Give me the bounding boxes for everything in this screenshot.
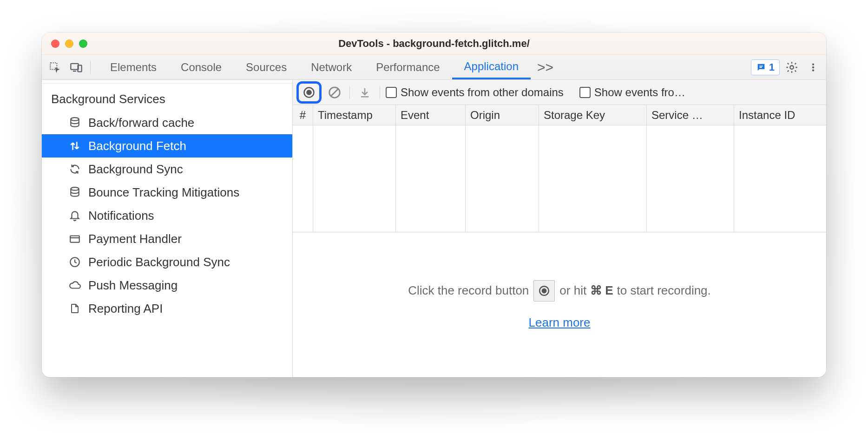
window-title: DevTools - background-fetch.glitch.me/: [42, 38, 826, 50]
database-icon: [68, 116, 82, 130]
sidebar-item-label: Notifications: [88, 209, 154, 223]
tab-console[interactable]: Console: [169, 55, 234, 79]
panel-tabs: Elements Console Sources Network Perform…: [98, 55, 531, 79]
separator: [380, 86, 380, 99]
checkbox-label: Show events fro…: [594, 86, 822, 99]
card-icon: [68, 232, 82, 246]
sidebar-item-label: Background Fetch: [88, 139, 186, 153]
checkbox-other-frames[interactable]: Show events fro…: [579, 86, 822, 99]
sidebar-item-back-forward-cache[interactable]: Back/forward cache: [42, 111, 292, 134]
clear-button[interactable]: [325, 83, 344, 102]
svg-point-7: [812, 66, 814, 68]
table-body: [293, 125, 826, 232]
tab-network[interactable]: Network: [299, 55, 364, 79]
record-icon[interactable]: [533, 280, 555, 302]
sidebar-item-periodic-sync[interactable]: Periodic Background Sync: [42, 250, 292, 274]
sync-icon: [68, 162, 82, 176]
learn-more-link[interactable]: Learn more: [529, 315, 591, 330]
titlebar[interactable]: DevTools - background-fetch.glitch.me/: [42, 33, 826, 55]
th-instance-id[interactable]: Instance ID: [734, 105, 826, 125]
file-icon: [68, 302, 82, 315]
svg-rect-3: [759, 66, 763, 66]
database-icon: [68, 185, 82, 199]
sidebar-item-label: Reporting API: [88, 302, 163, 316]
th-timestamp[interactable]: Timestamp: [313, 105, 396, 125]
svg-rect-11: [70, 236, 79, 243]
sidebar-item-bounce-tracking[interactable]: Bounce Tracking Mitigations: [42, 181, 292, 204]
separator: [349, 86, 350, 99]
svg-point-6: [812, 63, 814, 65]
clock-icon: [68, 255, 82, 269]
sidebar-item-background-sync[interactable]: Background Sync: [42, 157, 292, 181]
svg-point-17: [542, 288, 547, 293]
th-storage-key[interactable]: Storage Key: [539, 105, 647, 125]
issues-count: 1: [769, 61, 775, 73]
separator: [90, 61, 91, 74]
main-panel: Show events from other domains Show even…: [293, 80, 826, 377]
svg-point-5: [790, 66, 793, 69]
issues-button[interactable]: 1: [751, 59, 780, 75]
devtools-tabs: Elements Console Sources Network Perform…: [42, 55, 826, 80]
kebab-menu-icon[interactable]: [804, 58, 822, 77]
checkbox-icon: [579, 87, 591, 98]
tab-elements[interactable]: Elements: [98, 55, 169, 79]
download-button[interactable]: [355, 83, 374, 102]
cloud-icon: [68, 278, 82, 292]
empty-text-suffix: to start recording.: [617, 283, 710, 298]
more-tabs-icon[interactable]: >>: [533, 59, 557, 75]
empty-text-prefix: Click the record button: [408, 283, 529, 298]
svg-point-14: [306, 90, 312, 95]
checkbox-icon: [386, 87, 397, 98]
svg-point-8: [812, 69, 814, 71]
sidebar-item-reporting-api[interactable]: Reporting API: [42, 297, 292, 320]
th-service[interactable]: Service …: [647, 105, 734, 125]
tab-application[interactable]: Application: [452, 55, 531, 79]
empty-text-mid: or hit: [559, 283, 586, 298]
table-header: # Timestamp Event Origin Storage Key Ser…: [293, 105, 826, 125]
sidebar-item-label: Payment Handler: [88, 232, 182, 246]
shortcut-modifier: ⌘: [590, 283, 602, 298]
gear-icon[interactable]: [783, 58, 801, 77]
tab-performance[interactable]: Performance: [364, 55, 452, 79]
svg-rect-4: [759, 67, 762, 68]
sidebar-item-label: Back/forward cache: [88, 116, 194, 130]
sidebar-item-push-messaging[interactable]: Push Messaging: [42, 274, 292, 297]
sidebar-item-label: Background Sync: [88, 162, 183, 177]
svg-rect-1: [71, 63, 78, 69]
sidebar-item-payment-handler[interactable]: Payment Handler: [42, 227, 292, 250]
th-origin[interactable]: Origin: [466, 105, 539, 125]
checkbox-other-domains[interactable]: Show events from other domains: [386, 86, 564, 99]
record-button[interactable]: [296, 81, 322, 104]
sidebar-section-title: Background Services: [42, 84, 292, 111]
inspect-element-icon[interactable]: [46, 58, 64, 77]
svg-point-9: [71, 118, 79, 120]
svg-point-10: [71, 187, 79, 190]
sidebar-item-label: Periodic Background Sync: [88, 255, 230, 269]
bell-icon: [68, 209, 82, 223]
device-toggle-icon[interactable]: [67, 58, 85, 77]
sidebar-item-background-fetch[interactable]: Background Fetch: [42, 134, 292, 157]
th-index[interactable]: #: [293, 105, 313, 125]
sidebar-item-notifications[interactable]: Notifications: [42, 204, 292, 227]
th-event[interactable]: Event: [396, 105, 466, 125]
devtools-window: DevTools - background-fetch.glitch.me/ E…: [42, 33, 826, 377]
checkbox-label: Show events from other domains: [401, 86, 564, 99]
empty-state: Click the record button or hit ⌘ E to st…: [293, 232, 826, 377]
panel-toolbar: Show events from other domains Show even…: [293, 80, 826, 105]
application-sidebar: Background Services Back/forward cache B…: [42, 80, 293, 377]
shortcut-key: E: [605, 283, 613, 298]
sidebar-item-label: Bounce Tracking Mitigations: [88, 185, 239, 200]
tab-sources[interactable]: Sources: [234, 55, 299, 79]
sidebar-item-label: Push Messaging: [88, 278, 178, 293]
arrows-updown-icon: [68, 139, 82, 153]
